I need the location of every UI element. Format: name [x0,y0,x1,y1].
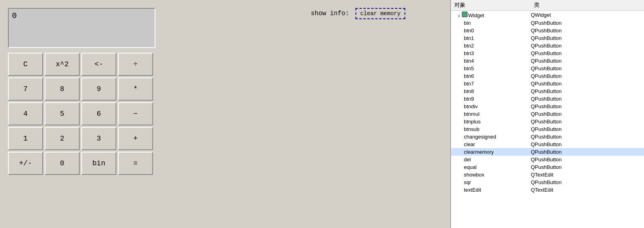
object-class-cell: QPushButton [531,103,644,109]
object-name-cell: clear [451,141,531,147]
col-object-header: 对象 [454,2,534,9]
object-tree-row[interactable]: btn4QPushButton [451,57,644,65]
object-class-cell: QPushButton [531,179,644,185]
widget-icon [462,12,467,17]
object-name-cell: btn1 [451,35,531,41]
object-name-cell: changesigned [451,134,531,140]
object-name-cell: btn4 [451,58,531,64]
object-name-cell: bin [451,20,531,26]
div-btn[interactable]: ÷ [118,53,153,76]
button-grid: Cx^2<-÷789*456−123++/-0bin= [8,53,295,175]
object-class-cell: QPushButton [531,149,644,155]
object-name-cell: btnsub [451,126,531,132]
expand-icon[interactable]: ∨ [457,14,460,18]
calculator-area: 0 Cx^2<-÷789*456−123++/-0bin= [0,0,303,228]
object-tree-row[interactable]: changesignedQPushButton [451,133,644,141]
object-tree-row[interactable]: btn3QPushButton [451,50,644,57]
equal-btn[interactable]: = [118,152,153,175]
btn3[interactable]: 3 [81,127,116,150]
btn0[interactable]: 0 [45,152,80,175]
object-class-cell: QPushButton [531,81,644,87]
clear-memory-button[interactable]: clear memory [355,8,405,19]
mul-btn[interactable]: * [118,77,153,101]
object-tree-row[interactable]: equalQPushButton [451,163,644,171]
btn8[interactable]: 8 [45,77,80,101]
object-class-cell: QTextEdit [531,172,644,178]
object-tree-row[interactable]: clearmemoryQPushButton [451,148,644,156]
object-name-cell: btn5 [451,65,531,71]
display-text: 0 [12,11,17,20]
object-tree-row[interactable]: btn0QPushButton [451,27,644,34]
show-info-row: show info: clear memory [311,8,442,19]
object-name-cell: btnplus [451,119,531,125]
object-tree-row[interactable]: btnsubQPushButton [451,125,644,133]
object-name-cell: btn7 [451,81,531,87]
object-class-cell: QPushButton [531,35,644,41]
object-class-cell: QPushButton [531,96,644,102]
info-area: show info: clear memory [303,0,450,228]
object-tree-row[interactable]: btn5QPushButton [451,65,644,72]
btn2[interactable]: 2 [45,127,80,150]
add-btn[interactable]: + [118,127,153,150]
btn5[interactable]: 5 [45,102,80,125]
object-class-cell: QPushButton [531,111,644,117]
object-name-cell: btn8 [451,88,531,94]
object-class-cell: QPushButton [531,58,644,64]
object-class-cell: QTextEdit [531,187,644,193]
btn4[interactable]: 4 [8,102,43,125]
object-tree-row[interactable]: delQPushButton [451,156,644,163]
object-tree-row[interactable]: btn1QPushButton [451,34,644,42]
object-class-cell: QPushButton [531,141,644,147]
object-class-cell: QPushButton [531,43,644,49]
object-name-cell: btn0 [451,28,531,34]
object-tree-row[interactable]: btndivQPushButton [451,103,644,110]
object-name-cell: del [451,157,531,163]
btn7[interactable]: 7 [8,77,43,101]
btn1[interactable]: 1 [8,127,43,150]
object-name-cell: sqr [451,179,531,185]
clear-btn[interactable]: C [8,53,43,76]
object-class-cell: QPushButton [531,119,644,125]
object-name-cell: btn9 [451,96,531,102]
object-class-cell: QPushButton [531,88,644,94]
object-tree-row[interactable]: btnplusQPushButton [451,118,644,125]
object-tree-row[interactable]: showboxQTextEdit [451,171,644,178]
del-btn[interactable]: <- [81,53,116,76]
object-name-cell: btnmul [451,111,531,117]
object-name-cell: clearmemory [451,149,531,155]
object-name-cell: btn2 [451,43,531,49]
object-tree-row[interactable]: sqrQPushButton [451,178,644,186]
object-tree-row[interactable]: btn7QPushButton [451,80,644,87]
object-tree-row[interactable]: clearQPushButton [451,141,644,148]
object-tree-row[interactable]: btn8QPushButton [451,87,644,95]
sub-btn[interactable]: − [118,102,153,125]
object-tree-row[interactable]: btn2QPushButton [451,42,644,50]
object-name-cell: btn6 [451,73,531,79]
btn6[interactable]: 6 [81,102,116,125]
object-class-cell: QPushButton [531,28,644,34]
object-class-cell: QPushButton [531,50,644,56]
object-class-cell: QPushButton [531,157,644,163]
btn9[interactable]: 9 [81,77,116,101]
object-name-cell: ∨ Widget [451,12,531,18]
bin-btn[interactable]: bin [81,152,116,175]
object-panel-header: 对象 类 [451,0,644,11]
object-tree-row[interactable]: btnmulQPushButton [451,110,644,118]
object-class-cell: QPushButton [531,73,644,79]
object-tree-row[interactable]: ∨ WidgetQWidget [451,11,644,19]
sqr-btn[interactable]: x^2 [45,53,80,76]
object-class-cell: QPushButton [531,164,644,170]
object-tree-row[interactable]: textEditQTextEdit [451,186,644,194]
object-list: ∨ WidgetQWidgetbinQPushButtonbtn0QPushBu… [451,11,644,228]
object-tree-row[interactable]: btn6QPushButton [451,72,644,80]
object-class-cell: QPushButton [531,134,644,140]
object-tree-row[interactable]: btn9QPushButton [451,95,644,103]
object-tree-row[interactable]: binQPushButton [451,19,644,27]
display-box: 0 [8,8,155,48]
changesign-btn[interactable]: +/- [8,152,43,175]
col-class-header: 类 [534,2,641,9]
object-class-cell: QPushButton [531,65,644,71]
object-class-cell: QWidget [531,12,644,18]
object-name-text: Widget [468,12,484,18]
object-name-cell: equal [451,164,531,170]
